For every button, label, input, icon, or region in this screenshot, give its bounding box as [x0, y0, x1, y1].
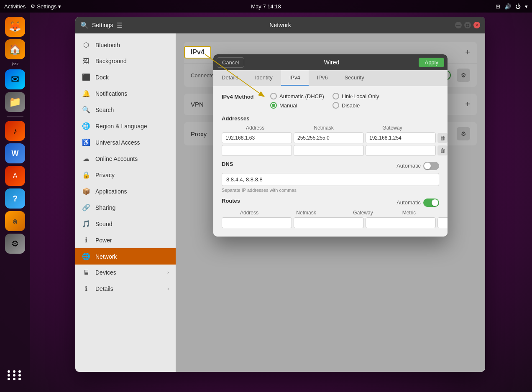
- topbar-left: Activities ⚙ Settings ▾: [4, 3, 61, 10]
- sidebar-label-power: Power: [95, 237, 112, 244]
- dock-writer[interactable]: W: [5, 143, 25, 163]
- method-disable[interactable]: Disable: [332, 102, 386, 109]
- routes-row1-metric[interactable]: [437, 217, 448, 228]
- addr-row2-delete-button[interactable]: 🗑: [437, 145, 448, 155]
- addr-row2-gateway[interactable]: [366, 145, 436, 156]
- titlebar-search-button[interactable]: 🔍: [80, 21, 89, 29]
- routes-row1-netmask[interactable]: [294, 217, 364, 228]
- method-link-local[interactable]: Link-Local Only: [332, 93, 386, 99]
- sidebar-item-online[interactable]: ☁ Online Accounts: [75, 150, 176, 167]
- method-link-local-label: Link-Local Only: [342, 93, 379, 99]
- radio-automatic-dhcp-circle: [270, 93, 277, 99]
- tab-ipv6[interactable]: IPv6: [309, 70, 336, 86]
- dock-thunderbird[interactable]: ✉: [5, 69, 25, 89]
- addr-row1-gateway[interactable]: [366, 132, 436, 143]
- addr-col-netmask: Netmask: [290, 125, 357, 131]
- topbar: Activities ⚙ Settings ▾ May 7 14:18 ⊞ 🔊 …: [0, 0, 532, 13]
- topbar-right: ⊞ 🔊 ⏻ ▾: [496, 3, 528, 10]
- dns-automatic-toggle[interactable]: [423, 162, 439, 170]
- sound-icon: 🎵: [82, 220, 90, 228]
- dock-apps-grid[interactable]: [7, 367, 23, 384]
- activities-button[interactable]: Activities: [4, 3, 26, 10]
- tab-details[interactable]: Details: [213, 70, 247, 86]
- routes-col-gateway: Gateway: [335, 210, 391, 216]
- tab-security[interactable]: Security: [336, 70, 373, 86]
- dock-rhythmbox[interactable]: ♪: [5, 121, 25, 141]
- dock-amazon[interactable]: a: [5, 211, 25, 231]
- method-disable-label: Disable: [342, 102, 360, 109]
- titlebar-menu-button[interactable]: ☰: [117, 21, 123, 29]
- routes-col-metric: Metric: [392, 210, 426, 216]
- sidebar-label-dock: Dock: [95, 74, 109, 81]
- dns-input-field[interactable]: [222, 173, 439, 186]
- dock-home[interactable]: 🏠: [5, 39, 25, 59]
- addr-grid-header: Address Netmask Gateway: [222, 125, 439, 131]
- sharing-icon: 🔗: [82, 204, 90, 211]
- sidebar-label-details: Details: [95, 285, 113, 292]
- sidebar-item-devices[interactable]: 🖥 Devices ›: [75, 265, 176, 280]
- sidebar-item-dock[interactable]: ⬛ Dock: [75, 69, 176, 85]
- dock-appstore[interactable]: A: [5, 166, 25, 186]
- routes-row1-gateway[interactable]: [366, 217, 436, 228]
- sidebar-item-notifications[interactable]: 🔔 Notifications: [75, 85, 176, 102]
- power-icon: ℹ: [82, 236, 90, 244]
- radio-manual-circle: [270, 102, 277, 109]
- addr-row1-delete-button[interactable]: 🗑: [437, 133, 448, 143]
- dialog-cancel-button[interactable]: Cancel: [217, 57, 244, 68]
- dns-automatic-label: Automatic: [396, 163, 421, 169]
- dialog-content: IPv4 Method Automatic (DHCP) Link-Local …: [213, 86, 448, 237]
- sidebar-item-bluetooth[interactable]: ⬡ Bluetooth: [75, 37, 176, 53]
- sidebar-item-power[interactable]: ℹ Power: [75, 232, 176, 248]
- routes-col-address: Address: [222, 210, 277, 216]
- sidebar-item-sound[interactable]: 🎵 Sound: [75, 216, 176, 232]
- dock-help[interactable]: ?: [5, 188, 25, 209]
- network-indicator-icon: ⊞: [496, 3, 500, 10]
- dock-files[interactable]: 📁: [5, 92, 25, 112]
- window-maximize-button[interactable]: □: [464, 22, 471, 28]
- titlebar-right: — □ ✕: [380, 22, 480, 28]
- dock-settings[interactable]: ⚙: [5, 234, 25, 254]
- addresses-section: Addresses Address Netmask Gateway: [222, 115, 439, 156]
- routes-row1-address[interactable]: [222, 217, 292, 228]
- window-close-button[interactable]: ✕: [473, 22, 480, 28]
- sidebar-label-bluetooth: Bluetooth: [95, 42, 120, 48]
- sidebar-item-privacy[interactable]: 🔒 Privacy: [75, 167, 176, 183]
- sidebar-item-applications[interactable]: 📦 Applications: [75, 183, 176, 199]
- dns-header: DNS Automatic: [222, 161, 439, 171]
- sidebar-item-network[interactable]: 🌐 Network: [75, 248, 176, 265]
- region-icon: 🌐: [82, 122, 90, 130]
- topbar-app-name[interactable]: ⚙ Settings ▾: [31, 3, 61, 10]
- routes-automatic-toggle[interactable]: [423, 199, 439, 207]
- sidebar-item-region[interactable]: 🌐 Region & Language: [75, 118, 176, 134]
- titlebar-main-title: Network: [269, 22, 291, 28]
- bluetooth-icon: ⬡: [82, 41, 90, 49]
- sidebar-item-details[interactable]: ℹ Details ›: [75, 280, 176, 297]
- details-arrow-icon: ›: [167, 286, 169, 292]
- tab-ipv4[interactable]: IPv4: [281, 70, 309, 86]
- addr-row2-address[interactable]: [222, 145, 292, 156]
- sidebar-label-network: Network: [95, 253, 117, 260]
- routes-toggle-knob: [432, 199, 438, 206]
- sidebar-item-search[interactable]: 🔍 Search: [75, 102, 176, 118]
- ipv4-callout: IPv4: [184, 46, 211, 59]
- sidebar-item-background[interactable]: 🖼 Background: [75, 53, 176, 69]
- window-minimize-button[interactable]: —: [455, 22, 462, 28]
- sidebar-label-devices: Devices: [95, 269, 116, 276]
- method-automatic-dhcp-label: Automatic (DHCP): [279, 93, 324, 99]
- addr-row1-netmask[interactable]: [294, 132, 364, 143]
- tab-identity[interactable]: Identity: [247, 70, 281, 86]
- sidebar-item-universal[interactable]: ♿ Universal Access: [75, 134, 176, 150]
- routes-col-netmask: Netmask: [279, 210, 334, 216]
- addr-row1-address[interactable]: [222, 132, 292, 143]
- sidebar-label-background: Background: [95, 58, 127, 64]
- titlebar-center: Network: [180, 21, 380, 29]
- dock-firefox[interactable]: 🦊: [5, 17, 25, 37]
- method-automatic-dhcp[interactable]: Automatic (DHCP): [270, 93, 324, 99]
- sidebar-label-notifications: Notifications: [95, 90, 127, 97]
- sidebar-item-sharing[interactable]: 🔗 Sharing: [75, 199, 176, 216]
- addr-row2-netmask[interactable]: [294, 145, 364, 156]
- method-manual[interactable]: Manual: [270, 102, 324, 109]
- radio-manual-dot: [272, 104, 275, 107]
- titlebar-settings-label: Settings: [92, 22, 113, 28]
- dialog-apply-button[interactable]: Apply: [419, 58, 444, 67]
